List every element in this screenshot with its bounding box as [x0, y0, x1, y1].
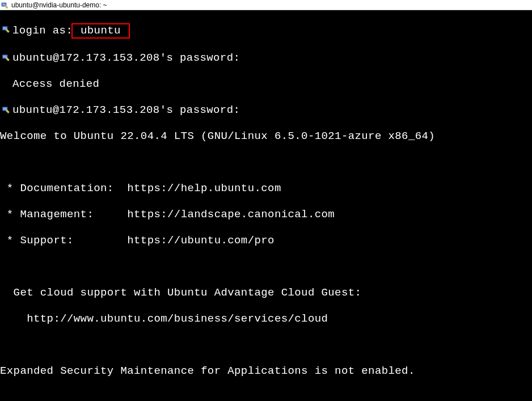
- docs-line: * Documentation: https://help.ubuntu.com: [0, 182, 532, 195]
- svg-rect-5: [3, 56, 7, 58]
- login-line: login as: ubuntu: [12, 23, 532, 39]
- cloud-url-line: http://www.ubuntu.com/business/services/…: [0, 313, 532, 326]
- putty-line-icon: [0, 23, 12, 33]
- esm-line: Expanded Security Maintenance for Applic…: [0, 365, 532, 378]
- password-prompt: ubuntu@172.173.153.208's password:: [12, 104, 532, 117]
- svg-rect-3: [3, 27, 7, 30]
- blank-line: [0, 339, 532, 352]
- blank-line: [0, 260, 532, 273]
- terminal-body[interactable]: login as: ubuntu ubuntu@172.173.153.208'…: [0, 10, 532, 401]
- support-line: * Support: https://ubuntu.com/pro: [0, 234, 532, 247]
- welcome-line: Welcome to Ubuntu 22.04.4 LTS (GNU/Linux…: [0, 130, 532, 143]
- mgmt-line: * Management: https://landscape.canonica…: [0, 208, 532, 221]
- access-denied: Access denied: [12, 78, 532, 91]
- window-titlebar[interactable]: ubuntu@nvidia-ubuntu-demo: ~: [0, 0, 532, 10]
- login-user-highlight: ubuntu: [71, 23, 129, 39]
- svg-rect-1: [2, 3, 6, 6]
- putty-icon: [1, 1, 9, 9]
- putty-line-icon: [0, 52, 12, 62]
- svg-rect-7: [3, 108, 7, 111]
- password-prompt: ubuntu@172.173.153.208's password:: [12, 52, 532, 65]
- window-title: ubuntu@nvidia-ubuntu-demo: ~: [11, 1, 107, 9]
- blank-line: [0, 391, 532, 401]
- login-as-label: login as:: [12, 24, 73, 37]
- putty-line-icon: [0, 104, 12, 114]
- blank-line: [0, 156, 532, 169]
- cloud-line: Get cloud support with Ubuntu Advantage …: [0, 286, 532, 299]
